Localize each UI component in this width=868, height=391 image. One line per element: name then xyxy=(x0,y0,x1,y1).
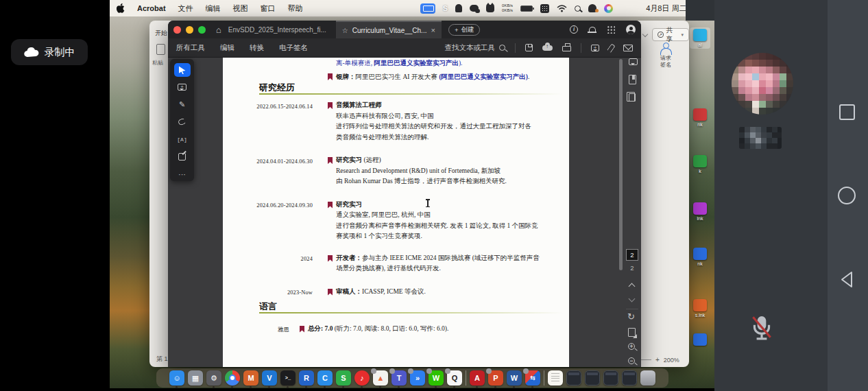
notifications-icon[interactable] xyxy=(589,27,596,33)
dock-terminal[interactable]: >_ xyxy=(280,370,296,386)
battery-icon[interactable] xyxy=(520,5,533,12)
menu-esign[interactable]: 电子签名 xyxy=(279,43,308,53)
recents-button[interactable] xyxy=(839,104,855,120)
dock-mountain-app[interactable]: ▲ xyxy=(373,370,388,386)
user-switch-icon[interactable] xyxy=(588,4,596,12)
input-s-icon[interactable]: S xyxy=(443,4,448,12)
desktop-icon[interactable]: s.lnk xyxy=(690,299,710,318)
create-button[interactable]: + 创建 xyxy=(448,24,481,36)
dock-s-app[interactable]: S xyxy=(336,370,351,386)
dock-window-thumb[interactable] xyxy=(566,370,581,386)
color-wheel-icon[interactable] xyxy=(604,4,613,13)
lasso-tool[interactable] xyxy=(174,115,191,129)
close-window-button[interactable] xyxy=(173,26,181,34)
dock-acrobat[interactable]: A xyxy=(470,370,485,386)
home-button[interactable] xyxy=(838,187,856,204)
ribbon-collapse-chevron-icon[interactable] xyxy=(642,32,648,37)
pages-panel-button[interactable] xyxy=(629,93,636,102)
sign-tool[interactable] xyxy=(174,150,191,163)
info-icon[interactable]: i xyxy=(570,25,578,34)
dock-wechat[interactable]: W xyxy=(429,370,444,386)
microphone-muted-icon[interactable] xyxy=(749,315,774,344)
ghost-app-icon[interactable] xyxy=(455,4,462,12)
select-tool[interactable] xyxy=(174,63,191,77)
menu-文件[interactable]: 文件 xyxy=(178,3,193,14)
dock-arrow-app[interactable]: » xyxy=(410,370,425,386)
dock-trash[interactable] xyxy=(640,370,655,386)
dock-window-thumb[interactable] xyxy=(622,370,637,386)
menu-app-name[interactable]: Acrobat xyxy=(137,4,166,12)
tab-close-icon[interactable]: × xyxy=(431,26,435,34)
rotate-page-button[interactable]: ↻ xyxy=(627,311,635,322)
back-button[interactable] xyxy=(838,270,856,292)
zoom-window-button[interactable] xyxy=(198,26,206,34)
tab-curriculum-vitae[interactable]: ☆ Curriculum_Vitae__Ch... × xyxy=(336,21,442,38)
menu-窗口[interactable]: 窗口 xyxy=(261,3,276,14)
dock-window-thumb[interactable] xyxy=(585,370,600,386)
wifi-icon[interactable] xyxy=(557,5,567,12)
print-icon[interactable] xyxy=(562,46,571,51)
dock-qq[interactable]: Q xyxy=(447,370,462,386)
add-comment-tool[interactable]: + xyxy=(174,80,191,94)
ribbon-tab-start[interactable]: 开始 xyxy=(155,29,167,38)
cat-app-icon[interactable] xyxy=(486,5,494,12)
paste-label[interactable]: 粘贴 xyxy=(152,59,163,67)
request-signature-button[interactable]: 请求 签名 xyxy=(651,43,681,68)
dock-system-settings[interactable]: ⚙ xyxy=(206,370,221,386)
menu-edit[interactable]: 编辑 xyxy=(220,43,234,53)
dock-todesk[interactable]: ⇆ xyxy=(525,370,540,386)
cloud-upload-icon[interactable] xyxy=(542,45,553,51)
dock-word[interactable]: W xyxy=(507,370,522,386)
zoom-in-button[interactable]: + xyxy=(655,356,660,364)
star-icon[interactable]: ☆ xyxy=(342,27,348,34)
tab-envsdd[interactable]: EnvSDD_2025_Interspeech_fi... xyxy=(228,26,326,34)
apple-icon[interactable] xyxy=(117,3,125,13)
share-button[interactable]: ↗ 共享 ▾ xyxy=(652,28,689,41)
dock-chrome[interactable] xyxy=(225,370,240,386)
add-comment-icon[interactable]: + xyxy=(591,45,599,51)
bookmarks-panel-button[interactable] xyxy=(629,75,636,84)
menu-视图[interactable]: 视图 xyxy=(233,3,248,14)
account-icon[interactable] xyxy=(626,25,636,34)
dock-document-preview[interactable] xyxy=(548,370,563,386)
page-number-input[interactable]: 2 xyxy=(626,249,638,261)
dock-r-app[interactable]: R xyxy=(299,370,314,386)
menu-convert[interactable]: 转换 xyxy=(250,43,264,53)
dock-finder[interactable]: ☺ xyxy=(169,370,184,386)
dock-matlab[interactable]: M xyxy=(243,370,258,386)
zoom-value[interactable]: 200% xyxy=(664,357,679,364)
search-input[interactable]: 查找文本或工具 xyxy=(445,43,506,53)
spotlight-search-icon[interactable] xyxy=(575,5,581,12)
desktop-icon[interactable]: al xyxy=(690,27,710,49)
next-page-button[interactable] xyxy=(629,296,634,301)
screen-mirroring-icon[interactable] xyxy=(420,3,435,14)
save-icon[interactable] xyxy=(525,44,533,51)
attachment-icon[interactable] xyxy=(607,43,616,53)
text-select-tool[interactable]: [A] xyxy=(174,132,191,146)
desktop-icon[interactable]: nk xyxy=(690,248,710,266)
desktop-icon[interactable]: lnk xyxy=(690,202,710,221)
menu-帮助[interactable]: 帮助 xyxy=(288,3,303,14)
scrollbar-thumb[interactable] xyxy=(619,59,623,270)
dock-vscode[interactable]: V xyxy=(262,370,277,386)
dock-netease-music[interactable]: ♪ xyxy=(354,370,370,386)
more-tools[interactable]: ··· xyxy=(174,167,191,181)
comments-panel-button[interactable] xyxy=(629,58,638,65)
pencil-tool[interactable]: ✎ xyxy=(174,98,191,112)
desktop-icon[interactable] xyxy=(690,333,710,347)
dock-window-thumb[interactable] xyxy=(603,370,618,386)
menu-all-tools[interactable]: 所有工具 xyxy=(176,43,205,53)
pdf-page[interactable]: 离-单模赛道, 阿里巴巴通义实验室实习产出). 银牌：阿里巴巴实习生 AI 开发… xyxy=(223,58,569,367)
dock-teams[interactable]: T xyxy=(391,370,407,386)
dock-launchpad[interactable]: ▦ xyxy=(188,370,203,386)
app-grid-icon[interactable] xyxy=(540,4,549,13)
minimize-window-button[interactable] xyxy=(186,26,193,34)
dock-powerpoint[interactable]: P xyxy=(488,370,503,386)
paste-icon[interactable] xyxy=(156,44,165,55)
chat-app-icon[interactable] xyxy=(470,5,479,12)
apps-grid-icon[interactable] xyxy=(607,25,615,34)
fit-page-button[interactable] xyxy=(628,328,636,337)
desktop-icon[interactable]: nk xyxy=(690,108,710,127)
zoom-out-button[interactable]: − xyxy=(628,357,635,364)
zoom-in-button[interactable]: + xyxy=(628,343,635,350)
